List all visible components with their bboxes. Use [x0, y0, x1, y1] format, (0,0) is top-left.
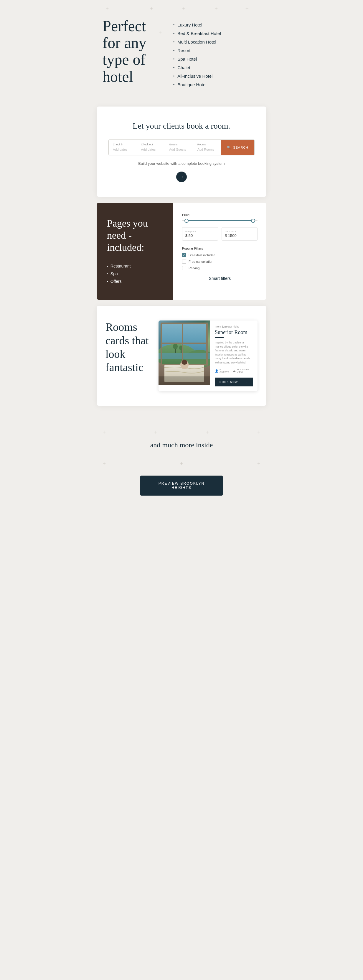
slider-thumb-max[interactable] [251, 219, 255, 223]
decorative-row: + + + + [102, 430, 261, 435]
room-price-label: From $259 per night [215, 325, 253, 328]
popular-filters-label: Popular Filters [182, 247, 257, 250]
max-price-value: $ 1500 [225, 233, 237, 238]
filters-column: Price min price $ 50 max price $ 1500 Po… [173, 203, 266, 300]
room-image [158, 320, 210, 385]
checkin-label: Check in [113, 143, 133, 146]
room-card: From $259 per night Superior Room Inspir… [158, 320, 257, 391]
decorative-plus: + [257, 461, 261, 467]
room-description: Inspired by the traditional France villa… [215, 341, 253, 364]
hotel-types: Luxury HotelBed & Breakfast HotelMulti L… [173, 21, 261, 89]
checkin-value: Add dates [113, 148, 128, 151]
price-slider[interactable] [182, 220, 257, 221]
decorative-plus: + [154, 430, 157, 435]
hotel-types-list: Luxury HotelBed & Breakfast HotelMulti L… [173, 18, 261, 89]
hotel-type-item: Resort [173, 46, 261, 55]
decorative-plus: + [257, 430, 261, 435]
more-title: and much more inside [102, 441, 261, 449]
room-amenities: 👤 4 GUESTS ⛰ MOUNTAIN VIEW [215, 368, 253, 374]
pages-column: Pages you need - included: RestaurantSpa… [97, 203, 173, 300]
booking-subtitle: Build your website with a complete booki… [109, 161, 254, 166]
filter-item[interactable]: Parking [182, 266, 257, 270]
checkbox-unchecked[interactable] [182, 259, 186, 264]
search-button[interactable]: 🔍 SEARCH [221, 140, 254, 155]
rooms-inner: Rooms cards that look fantastic [106, 320, 257, 391]
booking-title: Let your clients book a room. [109, 121, 254, 130]
arrow-right-icon: → [179, 174, 184, 180]
person-icon: 👤 [215, 369, 218, 372]
min-price-group[interactable]: min price $ 50 [182, 227, 218, 241]
amenity-guests: 👤 4 GUESTS [215, 368, 229, 374]
decorative-plus: + [102, 430, 106, 435]
pages-filters-section: Pages you need - included: RestaurantSpa… [97, 203, 266, 300]
svg-rect-10 [182, 323, 183, 364]
page-list-item: Spa [107, 270, 163, 277]
rooms-title: Rooms cards that look fantastic [106, 320, 153, 374]
slider-thumb-min[interactable] [184, 219, 189, 223]
more-section: + + + + and much more inside + + + PREVI… [91, 412, 272, 513]
room-divider [215, 337, 224, 338]
max-price-group[interactable]: max price $ 1500 [222, 227, 257, 241]
guests-value: Add Guests [169, 148, 186, 151]
preview-button[interactable]: PREVIEW BROOKLYN HEIGHTS [140, 476, 223, 496]
room-scene-svg [158, 320, 210, 385]
page-list-item: Offers [107, 277, 163, 285]
decorative-plus: + [106, 6, 109, 12]
hotel-type-item: Luxury Hotel [173, 21, 261, 29]
room-info: From $259 per night Superior Room Inspir… [210, 320, 257, 391]
checkbox-checked[interactable] [182, 253, 186, 257]
preview-label: PREVIEW BROOKLYN HEIGHTS [158, 482, 205, 490]
filter-item[interactable]: Breakfast included [182, 253, 257, 257]
arrow-button[interactable]: → [176, 172, 187, 182]
decorative-plus: + [182, 6, 185, 12]
checkbox-unchecked[interactable] [182, 266, 186, 270]
filter-item[interactable]: Free cancellation [182, 259, 257, 264]
max-price-label: max price [225, 230, 254, 233]
arrow-right-icon: → [245, 380, 248, 383]
view-label: MOUNTAIN VIEW [237, 368, 253, 374]
filter-label: Breakfast included [189, 253, 215, 257]
hotel-type-item: Bed & Breakfast Hotel [173, 29, 261, 38]
search-label: SEARCH [233, 146, 248, 149]
decorative-plus: + [206, 430, 209, 435]
pages-title: Pages you need - included: [107, 218, 163, 253]
decorative-row-2: + + + [102, 461, 261, 467]
price-inputs: min price $ 50 max price $ 1500 [182, 227, 257, 241]
book-now-button[interactable]: BOOK NOW → [215, 377, 253, 387]
decorative-plus: + [150, 6, 153, 12]
min-price-value: $ 50 [185, 233, 193, 238]
book-now-label: BOOK NOW [219, 380, 238, 383]
page-list-item: Restaurant [107, 262, 163, 270]
hero-section: + + + + + + Perfect for any type of hote… [91, 0, 272, 107]
svg-point-5 [173, 344, 178, 349]
rooms-field[interactable]: Rooms Add Rooms [193, 140, 221, 155]
room-name: Superior Room [215, 329, 253, 336]
decorative-plus: + [214, 6, 218, 12]
hero-title: Perfect for any type of hotel [102, 18, 162, 85]
svg-point-14 [181, 360, 187, 364]
checkin-field[interactable]: Check in Add dates [109, 140, 137, 155]
smart-filters-label: Smart filters [182, 276, 257, 281]
booking-form: Check in Add dates Check out Add dates G… [109, 140, 254, 155]
svg-rect-15 [158, 376, 210, 385]
hotel-type-item: Multi Location Hotel [173, 38, 261, 46]
filter-label: Parking [189, 266, 200, 270]
pages-list: RestaurantSpaOffers [107, 262, 163, 285]
checkout-value: Add dates [141, 148, 156, 151]
decorative-plus: + [158, 29, 162, 35]
svg-rect-8 [158, 353, 210, 359]
rooms-label: Rooms [197, 143, 217, 146]
checkout-field[interactable]: Check out Add dates [137, 140, 165, 155]
guests-label: Guests [169, 143, 189, 146]
hotel-type-item: Spa Hotel [173, 55, 261, 63]
decorative-plus: + [245, 6, 249, 12]
decorative-plus: + [180, 461, 183, 467]
booking-section: Let your clients book a room. Check in A… [97, 107, 266, 197]
rooms-section: Rooms cards that look fantastic [97, 306, 266, 406]
hotel-type-item: Chalet [173, 63, 261, 72]
svg-rect-11 [162, 342, 207, 344]
search-icon: 🔍 [227, 146, 231, 150]
decorative-plus: + [102, 461, 106, 467]
guests-field[interactable]: Guests Add Guests [165, 140, 193, 155]
price-label: Price [182, 213, 257, 216]
